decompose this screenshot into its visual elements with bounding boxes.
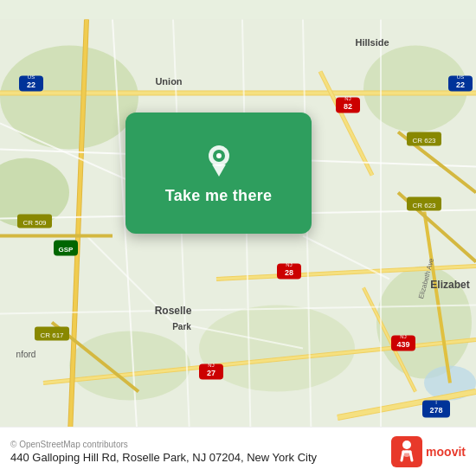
take-me-there-button[interactable]: Take me there: [165, 187, 273, 205]
svg-text:Elizabet: Elizabet: [430, 279, 469, 291]
svg-point-87: [403, 450, 410, 457]
svg-marker-80: [212, 164, 226, 177]
map-background: 22 US 22 US 82 NJ 28 NJ 27 NJ 439 NJ 278…: [0, 0, 476, 476]
svg-text:NJ: NJ: [208, 363, 214, 368]
svg-text:Union: Union: [155, 76, 182, 87]
svg-text:CR 509: CR 509: [23, 219, 47, 227]
svg-text:CR 623: CR 623: [412, 137, 436, 145]
location-pin-icon: [200, 142, 238, 180]
svg-text:NJ: NJ: [344, 96, 351, 101]
svg-point-83: [402, 441, 411, 449]
svg-text:US: US: [457, 74, 464, 80]
svg-text:Hillside: Hillside: [355, 37, 389, 48]
bottom-bar: © OpenStreetMap contributors 440 Gallopi…: [0, 427, 476, 476]
svg-text:82: 82: [344, 102, 352, 111]
svg-line-85: [410, 452, 412, 460]
svg-point-81: [216, 153, 222, 158]
svg-line-84: [402, 452, 403, 460]
svg-text:CR 617: CR 617: [40, 331, 64, 339]
moovit-text: moovit: [426, 445, 466, 459]
map-container: 22 US 22 US 82 NJ 28 NJ 27 NJ 439 NJ 278…: [0, 0, 476, 476]
svg-text:27: 27: [207, 369, 215, 377]
svg-point-5: [69, 331, 190, 401]
svg-text:28: 28: [285, 268, 293, 277]
svg-text:22: 22: [456, 80, 465, 89]
svg-text:22: 22: [27, 80, 35, 89]
svg-text:CR 623: CR 623: [412, 202, 436, 209]
svg-text:Park: Park: [172, 322, 191, 331]
svg-text:NJ: NJ: [286, 262, 292, 267]
address-text: 440 Galloping Hill Rd, Roselle Park, NJ …: [10, 451, 317, 464]
svg-text:439: 439: [396, 340, 409, 349]
location-card: Take me there: [125, 113, 312, 234]
moovit-logo: moovit: [391, 436, 466, 467]
openstreetmap-credit: © OpenStreetMap contributors: [10, 440, 317, 449]
svg-text:278: 278: [429, 406, 442, 415]
moovit-icon: [391, 436, 422, 467]
svg-text:NJ: NJ: [400, 334, 406, 339]
svg-text:Roselle: Roselle: [155, 305, 192, 317]
svg-point-4: [199, 306, 355, 392]
svg-text:nford: nford: [16, 350, 36, 359]
svg-text:US: US: [28, 74, 35, 80]
svg-text:GSP: GSP: [59, 246, 74, 254]
address-section: © OpenStreetMap contributors 440 Gallopi…: [10, 440, 317, 464]
